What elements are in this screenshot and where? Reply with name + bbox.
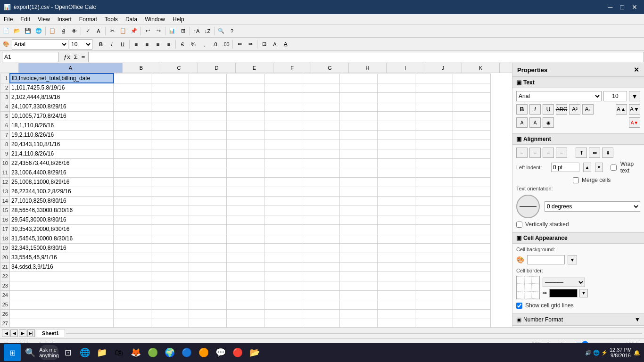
list-item[interactable] bbox=[10, 309, 114, 319]
list-item[interactable] bbox=[114, 149, 151, 158]
print-button[interactable]: 🖨 bbox=[58, 26, 68, 36]
list-item[interactable] bbox=[302, 140, 340, 149]
list-item[interactable] bbox=[264, 196, 302, 206]
menu-edit[interactable]: Edit bbox=[17, 15, 34, 24]
list-item[interactable] bbox=[264, 319, 302, 327]
row-number[interactable]: 21 bbox=[0, 262, 10, 272]
list-item[interactable] bbox=[302, 300, 340, 309]
cell-appearance-section-header[interactable]: ▣ Cell Appearance bbox=[512, 232, 644, 244]
subscript-button[interactable]: A₂ bbox=[582, 104, 594, 115]
list-item[interactable] bbox=[151, 149, 189, 158]
cortana-search[interactable]: Ask me anything bbox=[40, 345, 58, 360]
italic-toolbar-button[interactable]: I bbox=[107, 39, 117, 49]
list-item[interactable] bbox=[151, 102, 189, 111]
list-item[interactable] bbox=[415, 290, 453, 300]
row-number[interactable]: 9 bbox=[0, 149, 10, 158]
list-item[interactable] bbox=[340, 168, 378, 177]
list-item[interactable] bbox=[302, 121, 340, 130]
grid-container[interactable]: 1ID,Invoice,net_total,billing_date21,101… bbox=[0, 73, 512, 327]
list-item[interactable] bbox=[302, 243, 340, 253]
save-remote-button[interactable]: 🌐 bbox=[33, 26, 44, 36]
list-item[interactable] bbox=[453, 206, 491, 215]
list-item[interactable] bbox=[189, 111, 227, 121]
list-item[interactable]: 22,435673,440,8/26/16 bbox=[10, 158, 114, 168]
underline-button[interactable]: U bbox=[543, 104, 554, 115]
list-item[interactable] bbox=[114, 262, 151, 272]
cell-bg-color-button[interactable]: ▼ bbox=[568, 255, 577, 264]
list-item[interactable] bbox=[227, 206, 264, 215]
search-icon[interactable]: 🔍 bbox=[23, 345, 38, 360]
list-item[interactable] bbox=[340, 272, 378, 281]
list-item[interactable] bbox=[378, 215, 415, 224]
font-size-select[interactable]: 10 bbox=[69, 39, 92, 49]
format1-button[interactable]: , bbox=[199, 39, 209, 49]
list-item[interactable] bbox=[453, 319, 491, 327]
list-item[interactable] bbox=[114, 290, 151, 300]
indent-down-button[interactable]: ▼ bbox=[595, 163, 603, 172]
row-number[interactable]: 12 bbox=[0, 177, 10, 187]
list-item[interactable] bbox=[189, 234, 227, 243]
list-item[interactable] bbox=[264, 309, 302, 319]
list-item[interactable] bbox=[378, 234, 415, 243]
list-item[interactable] bbox=[378, 102, 415, 111]
list-item[interactable] bbox=[151, 215, 189, 224]
list-item[interactable] bbox=[453, 177, 491, 187]
list-item[interactable] bbox=[415, 224, 453, 234]
list-item[interactable] bbox=[114, 319, 151, 327]
halign-left-button[interactable]: ≡ bbox=[516, 148, 528, 158]
list-item[interactable] bbox=[378, 243, 415, 253]
chrome-icon[interactable]: 🟢 bbox=[145, 345, 160, 360]
list-item[interactable] bbox=[340, 158, 378, 168]
list-item[interactable] bbox=[453, 149, 491, 158]
row-number[interactable]: 20 bbox=[0, 253, 10, 262]
list-item[interactable] bbox=[114, 196, 151, 206]
justify-toolbar-button[interactable]: ≡ bbox=[164, 39, 174, 49]
list-item[interactable] bbox=[453, 74, 491, 83]
currency-button[interactable]: € bbox=[177, 39, 188, 49]
list-item[interactable] bbox=[340, 290, 378, 300]
list-item[interactable] bbox=[151, 206, 189, 215]
list-item[interactable] bbox=[227, 158, 264, 168]
list-item[interactable] bbox=[227, 290, 264, 300]
list-item[interactable] bbox=[415, 130, 453, 140]
list-item[interactable] bbox=[264, 140, 302, 149]
list-item[interactable] bbox=[10, 300, 114, 309]
list-item[interactable] bbox=[415, 140, 453, 149]
list-item[interactable] bbox=[10, 290, 114, 300]
list-item[interactable] bbox=[189, 262, 227, 272]
list-item[interactable] bbox=[340, 215, 378, 224]
orientation-dial[interactable] bbox=[516, 195, 540, 218]
list-item[interactable] bbox=[114, 177, 151, 187]
edge-icon[interactable]: 🌐 bbox=[77, 345, 92, 360]
list-item[interactable] bbox=[453, 140, 491, 149]
col-header-e[interactable]: E bbox=[236, 63, 273, 73]
font-family-select[interactable]: Arial bbox=[12, 39, 68, 49]
save-button[interactable]: 💾 bbox=[23, 26, 33, 36]
app9-icon[interactable]: 🔴 bbox=[230, 345, 245, 360]
list-item[interactable] bbox=[340, 243, 378, 253]
list-item[interactable] bbox=[415, 177, 453, 187]
list-item[interactable] bbox=[302, 319, 340, 327]
list-item[interactable] bbox=[151, 74, 189, 83]
list-item[interactable] bbox=[453, 224, 491, 234]
list-item[interactable] bbox=[151, 121, 189, 130]
strikethrough-button[interactable]: ABC bbox=[556, 104, 567, 115]
list-item[interactable] bbox=[227, 177, 264, 187]
list-item[interactable] bbox=[114, 272, 151, 281]
list-item[interactable] bbox=[415, 149, 453, 158]
list-item[interactable] bbox=[227, 187, 264, 196]
list-item[interactable]: 31,54545,10000,8/30/16 bbox=[10, 234, 114, 243]
list-item[interactable] bbox=[151, 234, 189, 243]
list-item[interactable] bbox=[302, 215, 340, 224]
menu-format[interactable]: Format bbox=[75, 15, 101, 24]
menu-data[interactable]: Data bbox=[122, 15, 141, 24]
list-item[interactable] bbox=[264, 281, 302, 290]
sheet-nav-next[interactable]: ▶ bbox=[19, 329, 26, 337]
list-item[interactable] bbox=[114, 102, 151, 111]
start-button[interactable]: ⊞ bbox=[4, 344, 21, 361]
list-item[interactable] bbox=[302, 281, 340, 290]
list-item[interactable] bbox=[302, 111, 340, 121]
list-item[interactable] bbox=[302, 187, 340, 196]
new-button[interactable]: 📄 bbox=[1, 26, 11, 36]
list-item[interactable] bbox=[10, 319, 114, 327]
